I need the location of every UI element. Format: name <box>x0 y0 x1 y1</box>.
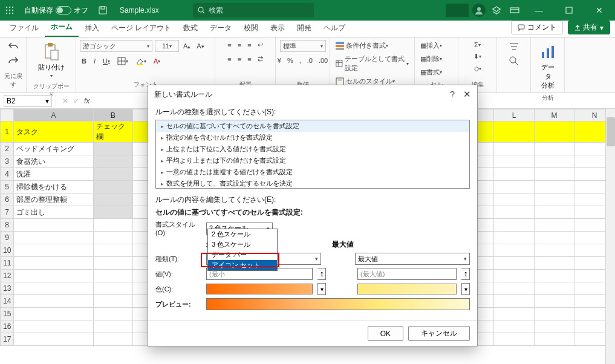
cell[interactable] <box>14 244 93 257</box>
format-style-dropdown[interactable]: 2 色スケール 3 色スケール データ バー アイコン セット <box>207 229 278 271</box>
number-format-combo[interactable]: 標準 ▾ <box>280 40 326 52</box>
cell[interactable] <box>534 122 574 143</box>
cell[interactable] <box>494 143 534 155</box>
formula-cancel-icon[interactable]: ✕ <box>60 97 71 105</box>
row-header[interactable]: 13 <box>1 282 14 295</box>
currency-icon[interactable]: ¥ <box>276 56 283 65</box>
cell[interactable] <box>14 257 93 270</box>
document-filename[interactable]: Sample.xlsx <box>114 6 165 15</box>
window-minimize-icon[interactable]: — <box>526 1 552 19</box>
font-size-combo[interactable]: 11 ▾ <box>155 40 179 52</box>
cell[interactable] <box>534 244 574 257</box>
cell[interactable]: チェック欄 <box>93 122 132 143</box>
tab-view[interactable]: 表示 <box>264 19 291 37</box>
row-header[interactable]: 16 <box>1 320 14 333</box>
align-left-icon[interactable]: ≡ <box>226 54 233 64</box>
cell[interactable] <box>534 257 574 270</box>
tab-data[interactable]: データ <box>204 19 238 37</box>
cell[interactable] <box>534 206 574 219</box>
autosave-toggle[interactable] <box>56 6 71 15</box>
dropdown-opt-3color[interactable]: 3 色スケール <box>208 239 277 250</box>
cell[interactable] <box>494 232 534 244</box>
dec-decimal-icon[interactable]: .00 <box>317 56 330 65</box>
cell[interactable]: 部屋の整理整頓 <box>14 193 93 206</box>
format-cells-button[interactable]: ▦ 書式 ▾ <box>418 67 444 78</box>
account-avatar-icon[interactable] <box>472 4 486 17</box>
tab-formulas[interactable]: 数式 <box>177 19 204 37</box>
col-header-B[interactable]: B <box>93 109 132 122</box>
min-value-refedit-icon[interactable]: ↥ <box>317 268 326 280</box>
cell[interactable] <box>534 143 574 155</box>
cell[interactable] <box>14 320 93 333</box>
rule-type-list[interactable]: セルの値に基づいてすべてのセルを書式設定指定の値を含むセルだけを書式設定上位また… <box>155 120 470 189</box>
dialog-help-icon[interactable]: ? <box>450 89 455 100</box>
conditional-format-button[interactable]: 条件付き書式 ▾ <box>334 40 390 51</box>
wrap-text-icon[interactable]: ↩ <box>256 40 265 50</box>
col-header-A[interactable]: A <box>14 109 93 122</box>
cell[interactable] <box>93 244 132 257</box>
cell[interactable] <box>93 219 132 232</box>
share-button[interactable]: 共有 ▾ <box>568 21 610 34</box>
insert-cells-button[interactable]: ▦ 挿入 ▾ <box>418 40 444 51</box>
paste-button[interactable]: 貼り付け ▾ <box>34 40 68 81</box>
cell[interactable] <box>93 295 132 308</box>
name-box[interactable]: B2 ▾ <box>4 95 52 107</box>
row-header[interactable]: 17 <box>1 333 14 346</box>
ok-button[interactable]: OK <box>368 326 403 341</box>
min-color-select[interactable] <box>206 284 313 294</box>
col-header-L[interactable]: L <box>494 109 534 122</box>
data-analysis-button[interactable]: データ 分析 <box>535 40 561 93</box>
cell[interactable]: 掃除機をかける <box>14 181 93 193</box>
cell[interactable]: ベッドメイキング <box>14 143 93 155</box>
rule-type-item[interactable]: 数式を使用して、書式設定するセルを決定 <box>156 178 469 189</box>
cell[interactable] <box>14 282 93 295</box>
tab-developer[interactable]: 開発 <box>291 19 317 37</box>
row-header[interactable]: 12 <box>1 270 14 282</box>
rule-type-item[interactable]: セルの値に基づいてすべてのセルを書式設定 <box>156 120 469 132</box>
cell[interactable] <box>494 244 534 257</box>
cell[interactable] <box>534 193 574 206</box>
inc-decimal-icon[interactable]: .0 <box>305 56 314 65</box>
cell[interactable]: 洗濯 <box>14 168 93 181</box>
max-value-refedit-icon[interactable]: ↥ <box>461 268 470 280</box>
max-color-select[interactable] <box>357 284 457 294</box>
cancel-button[interactable]: キャンセル <box>408 326 470 341</box>
row-header[interactable]: 5 <box>1 181 14 193</box>
cell[interactable] <box>93 155 132 168</box>
cell[interactable] <box>494 270 534 282</box>
cell[interactable] <box>534 320 574 333</box>
orgchart-icon[interactable] <box>489 3 504 18</box>
cell[interactable] <box>14 270 93 282</box>
tab-home[interactable]: ホーム <box>45 18 79 37</box>
dialog-close-icon[interactable]: ✕ <box>463 89 471 100</box>
sort-filter-icon[interactable] <box>507 40 521 53</box>
cell[interactable] <box>93 282 132 295</box>
fx-icon[interactable]: fx <box>82 97 92 105</box>
dropdown-opt-iconset[interactable]: アイコン セット <box>208 260 277 270</box>
app-menu-icon[interactable] <box>2 3 17 18</box>
font-name-combo[interactable]: 游ゴシック ▾ <box>80 40 152 52</box>
comma-icon[interactable]: , <box>298 56 303 65</box>
tab-pagelayout[interactable]: ページ レイアウト <box>105 19 177 37</box>
row-header[interactable]: 8 <box>1 219 14 232</box>
vertical-scrollbar[interactable] <box>605 109 615 364</box>
cell[interactable] <box>14 232 93 244</box>
select-all-corner[interactable] <box>1 109 14 122</box>
redo-icon[interactable] <box>6 54 21 65</box>
row-header[interactable]: 7 <box>1 206 14 219</box>
autosum-icon[interactable]: Σ ▾ <box>472 40 483 50</box>
cell[interactable]: タスク <box>14 122 93 143</box>
align-right-icon[interactable]: ≡ <box>246 54 253 64</box>
cell[interactable] <box>534 219 574 232</box>
cell[interactable] <box>494 257 534 270</box>
dropdown-opt-2color[interactable]: 2 色スケール <box>208 229 277 239</box>
col-header-M[interactable]: M <box>534 109 574 122</box>
tab-help[interactable]: ヘルプ <box>317 19 351 37</box>
font-color-icon[interactable]: A▾ <box>152 56 162 66</box>
cell[interactable] <box>93 232 132 244</box>
row-header[interactable]: 1 <box>1 122 14 143</box>
cell[interactable] <box>93 333 132 346</box>
cell[interactable] <box>494 308 534 320</box>
cell[interactable]: 食器洗い <box>14 155 93 168</box>
cell[interactable] <box>93 168 132 181</box>
